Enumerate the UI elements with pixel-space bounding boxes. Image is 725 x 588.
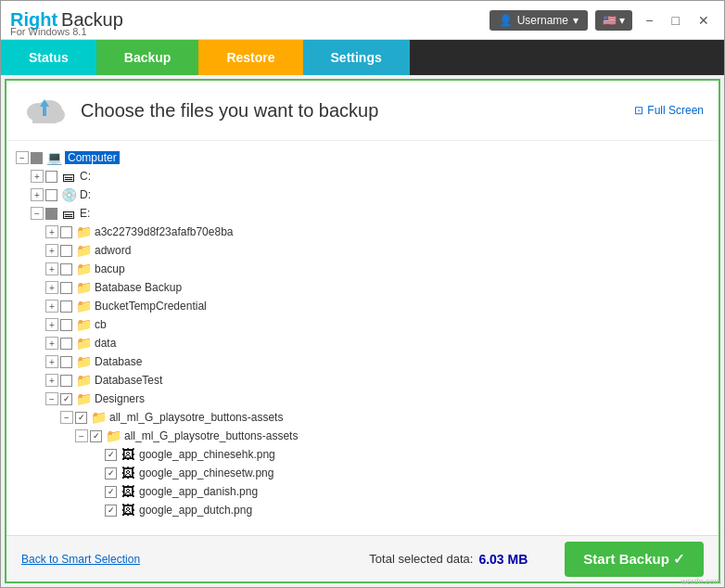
username-label: Username [517,14,568,27]
expand-c[interactable]: + [31,170,44,183]
tree-row-allml1[interactable]: − 📁 all_ml_G_playsotre_buttons-assets [14,408,711,427]
allml1-children: − 📁 all_ml_G_playsotre_buttons-assets [14,427,711,519]
minimize-button[interactable]: − [640,11,658,30]
close-button[interactable]: ✕ [693,11,715,30]
folder-data-label: data [95,337,116,350]
checkbox-adword[interactable] [60,245,72,257]
expand-databasetest[interactable]: + [45,374,58,387]
folder-bacup-icon: 📁 [75,262,92,276]
folder-designers-icon: 📁 [75,391,92,406]
tree-row-cb[interactable]: + 📁 cb [14,315,711,334]
content-header: Choose the files you want to backup ⊡ Fu… [6,81,719,141]
tree-row-chinesetw[interactable]: 🖼 google_app_chinesetw.png [14,464,711,482]
expand-bacup[interactable]: + [45,262,58,275]
tree-row-bucket[interactable]: + 📁 BucketTempCredential [14,297,711,315]
checkbox-bucket[interactable] [60,300,72,313]
expand-batabase[interactable]: + [45,281,58,294]
tree-row-allml2[interactable]: − 📁 all_ml_G_playsotre_buttons-assets [14,427,711,445]
expand-allml1[interactable]: − [60,411,73,424]
tree-row-bacup[interactable]: + 📁 bacup [14,260,711,278]
file-danish-label: google_app_danish.png [139,485,258,498]
file-tree-scroll[interactable]: − 💻 Computer + 🖴 C: [14,148,711,528]
window-controls: 👤 Username ▾ 🇺🇸 ▾ − □ ✕ [490,10,715,31]
checkbox-batabase[interactable] [60,282,72,294]
tree-row-d[interactable]: + 💿 D: [14,185,711,204]
expand-database[interactable]: + [45,355,58,368]
folder-bacup-label: bacup [95,262,125,275]
checkbox-cb[interactable] [60,319,72,331]
tree-row-data[interactable]: + 📁 data [14,334,711,352]
tree-row-database[interactable]: + 📁 Database [14,352,711,371]
checkbox-data[interactable] [60,338,72,350]
fullscreen-button[interactable]: ⊡ Full Screen [634,104,704,117]
computer-icon: 💻 [45,150,62,165]
folder-allml2-label: all_ml_G_playsotre_buttons-assets [124,429,298,442]
checkbox-c[interactable] [45,171,57,183]
back-to-smart-selection-link[interactable]: Back to Smart Selection [21,553,140,566]
tree-row-chinesehk[interactable]: 🖼 google_app_chinesehk.png [14,445,711,464]
checkbox-danish[interactable] [105,486,117,498]
folder-a3c-label: a3c22739d8f23afafb70e8ba [95,225,233,238]
file-dutch-label: google_app_dutch.png [139,504,252,517]
checkbox-a3c[interactable] [60,226,72,238]
expand-d[interactable]: + [31,188,44,201]
tab-backup[interactable]: Backup [96,40,199,75]
checkbox-e[interactable] [45,208,57,220]
folder-a3c-icon: 📁 [75,224,92,239]
tree-row-batabase[interactable]: + 📁 Batabase Backup [14,278,711,297]
expand-adword[interactable]: + [45,244,58,257]
title-bar: Right Backup For Windows 8.1 👤 Username … [1,1,724,40]
tree-row-designers[interactable]: − 📁 Designers [14,390,711,408]
expand-computer[interactable]: − [16,151,29,164]
folder-databasetest-icon: 📁 [75,373,92,388]
expand-allml2[interactable]: − [75,429,88,442]
maximize-button[interactable]: □ [667,11,685,30]
tab-settings[interactable]: Settings [303,40,410,75]
tree-row-dutch[interactable]: 🖼 google_app_dutch.png [14,501,711,519]
drive-e-label: E: [80,207,90,220]
checkbox-databasetest[interactable] [60,375,72,387]
computer-label: Computer [65,151,120,164]
checkbox-chinesetw[interactable] [105,467,117,479]
expand-data[interactable]: + [45,337,58,350]
start-backup-button[interactable]: Start Backup ✓ [565,542,704,577]
tab-status[interactable]: Status [1,40,96,75]
checkbox-d[interactable] [45,189,57,201]
allml2-children: 🖼 google_app_chinesehk.png [14,445,711,519]
expand-e[interactable]: − [31,207,44,220]
file-dutch-icon: 🖼 [120,503,136,518]
folder-adword-label: adword [95,244,131,257]
folder-batabase-label: Batabase Backup [95,281,182,294]
checkbox-bacup[interactable] [60,263,72,275]
user-icon: 👤 [499,14,513,27]
tree-row-databasetest[interactable]: + 📁 DatabaseTest [14,371,711,390]
checkbox-designers[interactable] [60,393,72,405]
drive-c-label: C: [80,170,91,183]
expand-a3c[interactable]: + [45,225,58,238]
checkbox-allml1[interactable] [75,412,87,424]
tree-row-a3c[interactable]: + 📁 a3c22739d8f23afafb70e8ba [14,223,711,241]
file-chinesetw-icon: 🖼 [120,466,136,480]
checkbox-chinesehk[interactable] [105,449,117,461]
folder-bucket-label: BucketTempCredential [95,300,207,313]
folder-databasetest-label: DatabaseTest [95,374,162,387]
checkbox-dutch[interactable] [105,505,117,517]
language-button[interactable]: 🇺🇸 ▾ [595,10,632,31]
checkbox-allml2[interactable] [90,430,102,442]
folder-database-icon: 📁 [75,354,92,369]
tree-row-c[interactable]: + 🖴 C: [14,167,711,185]
user-button[interactable]: 👤 Username ▾ [490,10,588,31]
content-area: Choose the files you want to backup ⊡ Fu… [5,79,720,583]
checkbox-database[interactable] [60,356,72,368]
tree-row-computer[interactable]: − 💻 Computer [14,148,711,167]
expand-bucket[interactable]: + [45,300,58,313]
expand-designers[interactable]: − [45,392,58,405]
tree-row-danish[interactable]: 🖼 google_app_danish.png [14,482,711,501]
tree-row-adword[interactable]: + 📁 adword [14,241,711,260]
folder-cb-icon: 📁 [75,317,92,332]
tree-row-e[interactable]: − 🖴 E: [14,204,711,223]
checkbox-computer[interactable] [31,152,43,164]
file-chinesehk-icon: 🖼 [120,447,136,462]
tab-restore[interactable]: Restore [198,40,302,75]
expand-cb[interactable]: + [45,318,58,331]
